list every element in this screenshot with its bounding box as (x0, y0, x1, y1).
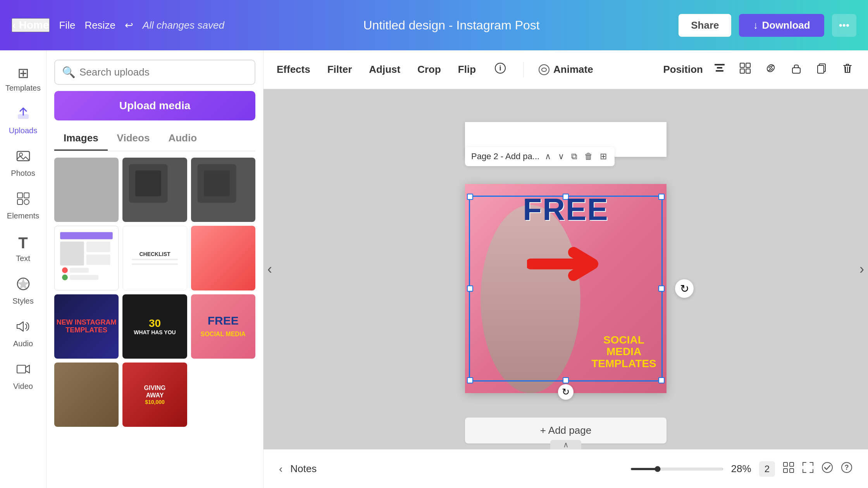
rotate-side-button[interactable]: ↻ (675, 279, 694, 298)
page-delete-button[interactable]: 🗑 (583, 150, 594, 163)
sidebar-item-photos[interactable]: Photos (0, 142, 46, 185)
svg-rect-29 (740, 69, 744, 73)
more-options-button[interactable]: ••• (832, 14, 856, 37)
upload-thumb-6[interactable] (191, 226, 255, 290)
sidebar-item-styles[interactable]: Styles (0, 270, 46, 313)
fullscreen-button[interactable] (802, 462, 814, 476)
video-icon (16, 362, 30, 380)
uploads-label: Uploads (9, 126, 37, 135)
collapse-chevron[interactable]: ∧ (550, 440, 581, 449)
svg-rect-16 (86, 254, 110, 265)
tab-images[interactable]: Images (54, 127, 108, 151)
templates-label: Templates (5, 84, 41, 93)
link-icon-button[interactable] (762, 59, 780, 80)
info-button[interactable]: i (491, 59, 509, 80)
filter-button[interactable]: Filter (326, 60, 354, 79)
upload-thumb-5[interactable]: CHECKLIST (122, 226, 187, 290)
upload-grid: CHECKLIST NEW INSTAGRAM TEMPLATES 30 WHA… (54, 158, 255, 427)
svg-point-17 (62, 267, 68, 273)
styles-icon (16, 277, 30, 294)
svg-rect-20 (70, 275, 98, 280)
upload-thumb-3[interactable] (191, 158, 255, 222)
workspace-inner: Page 2 - Add pa... ∧ ∨ ⧉ 🗑 ⊞ (465, 89, 666, 449)
file-button[interactable]: File (59, 19, 75, 31)
adjust-button[interactable]: Adjust (367, 60, 402, 79)
upload-thumb-7[interactable]: NEW INSTAGRAM TEMPLATES (54, 294, 119, 359)
canvas-area: Effects Filter Adjust Crop Flip i Animat… (264, 50, 868, 488)
toolbar-right: Position (663, 59, 856, 80)
upload-thumb-1[interactable] (54, 158, 119, 222)
bottom-left-arrow[interactable]: ‹ (279, 463, 282, 475)
search-input[interactable] (79, 66, 248, 78)
sidebar-item-video[interactable]: Video (0, 355, 46, 398)
add-page-button[interactable]: + Add page (465, 418, 666, 443)
upload-thumb-2[interactable] (122, 158, 187, 222)
svg-rect-24 (715, 64, 725, 65)
upload-thumb-9[interactable]: FREESOCIAL MEDIA (191, 294, 255, 359)
lock-icon-button[interactable] (787, 59, 805, 80)
svg-rect-14 (60, 241, 84, 265)
sidebar-item-text[interactable]: T Text (0, 227, 46, 270)
photos-label: Photos (11, 169, 35, 178)
download-label: Download (762, 19, 810, 31)
svg-rect-37 (790, 469, 794, 473)
svg-rect-26 (716, 70, 723, 72)
sidebar-item-elements[interactable]: Elements (0, 185, 46, 227)
sidebar-item-uploads[interactable]: Uploads (0, 100, 46, 142)
page-down-button[interactable]: ∨ (556, 150, 566, 163)
red-arrow (527, 241, 604, 298)
design-title: Untitled design - Instagram Post (363, 18, 539, 33)
svg-rect-27 (740, 63, 744, 67)
upload-thumb-10[interactable] (54, 363, 119, 427)
check-button[interactable] (822, 462, 833, 476)
upload-thumb-11[interactable]: GIVING AWAY $10,000 (122, 363, 187, 427)
zoom-percentage: 28% (731, 463, 751, 475)
page-up-button[interactable]: ∧ (543, 150, 553, 163)
workspace-right-arrow[interactable]: › (859, 261, 864, 277)
crop-button[interactable]: Crop (416, 60, 443, 79)
tab-audio[interactable]: Audio (159, 127, 206, 151)
share-button[interactable]: Share (679, 14, 731, 37)
bottom-bar: ‹ Notes 28% 2 (264, 449, 868, 488)
fit-view-button[interactable] (783, 462, 794, 476)
sidebar-item-audio[interactable]: Audio (0, 313, 46, 355)
upload-thumb-4[interactable] (54, 226, 119, 290)
svg-text:?: ? (845, 464, 849, 471)
home-button[interactable]: ‹ Home (12, 18, 50, 32)
svg-rect-12 (204, 170, 230, 196)
delete-icon-button[interactable] (839, 59, 856, 80)
undo-button[interactable]: ↩ (125, 19, 133, 31)
topbar-left: ‹ Home File Resize ↩ All changes saved (12, 18, 224, 32)
tab-videos[interactable]: Videos (108, 127, 159, 151)
notes-label: Notes (290, 463, 317, 475)
download-button[interactable]: ↓ Download (739, 14, 824, 37)
workspace-left-arrow[interactable]: ‹ (267, 261, 272, 277)
position-button[interactable]: Position (663, 64, 703, 76)
topbar-right: Share ↓ Download ••• (679, 14, 856, 37)
help-button[interactable]: ? (841, 462, 852, 476)
resize-button[interactable]: Resize (84, 19, 115, 31)
svg-rect-4 (24, 193, 29, 198)
bottom-right: 28% 2 (630, 461, 852, 477)
grid-icon-button[interactable] (736, 59, 754, 80)
copy-icon-button[interactable] (813, 59, 831, 80)
video-label: Video (13, 382, 33, 391)
svg-rect-18 (70, 268, 89, 272)
social-media-text: SOCIALMEDIATEMPLATES (585, 334, 663, 370)
flip-button[interactable]: Flip (456, 60, 477, 79)
effects-button[interactable]: Effects (275, 60, 312, 79)
back-arrow-icon: ‹ (12, 19, 16, 31)
upload-media-button[interactable]: Upload media (54, 91, 255, 120)
download-icon: ↓ (753, 19, 758, 31)
page-duplicate-button[interactable]: ⧉ (570, 150, 579, 163)
page-add-button[interactable]: ⊞ (598, 150, 608, 163)
page-label-text: Page 2 - Add pa... (471, 151, 539, 162)
svg-point-6 (24, 199, 29, 204)
sidebar-item-templates[interactable]: ⊞ Templates (0, 58, 46, 100)
svg-rect-5 (17, 199, 22, 204)
animate-button[interactable]: Animate (538, 64, 593, 76)
align-icon-button[interactable] (711, 59, 728, 80)
zoom-slider[interactable] (630, 468, 723, 470)
elements-icon (16, 192, 30, 209)
upload-thumb-8[interactable]: 30 WHAT HAS YOU (122, 294, 187, 359)
